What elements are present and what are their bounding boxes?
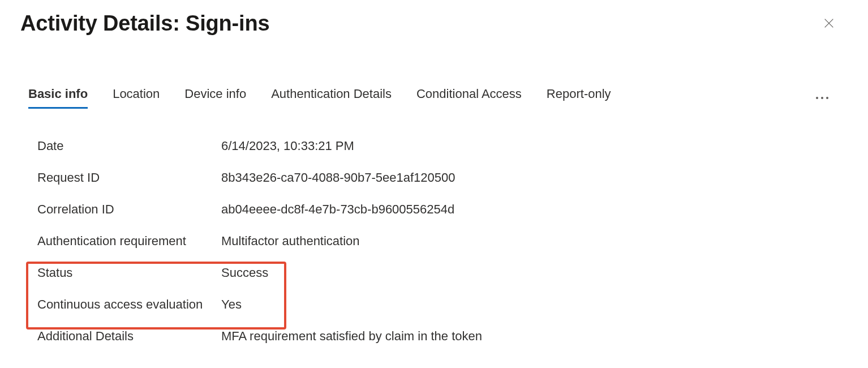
panel-header: Activity Details: Sign-ins <box>20 11 848 36</box>
tab-basic-info[interactable]: Basic info <box>28 87 88 109</box>
row-additional-details: Additional Details MFA requirement satis… <box>37 320 848 352</box>
value-date: 6/14/2023, 10:33:21 PM <box>221 139 354 153</box>
tab-conditional-access[interactable]: Conditional Access <box>416 87 522 109</box>
value-auth-requirement: Multifactor authentication <box>221 234 360 249</box>
label-additional-details: Additional Details <box>37 329 221 344</box>
label-date: Date <box>37 139 221 153</box>
close-button[interactable] <box>820 15 837 34</box>
label-correlation-id: Correlation ID <box>37 202 221 217</box>
row-auth-requirement: Authentication requirement Multifactor a… <box>37 225 848 257</box>
tab-report-only[interactable]: Report-only <box>547 87 611 109</box>
ellipsis-icon <box>816 97 818 99</box>
tabs: Basic info Location Device info Authenti… <box>20 87 848 109</box>
details-list: Date 6/14/2023, 10:33:21 PM Request ID 8… <box>20 130 848 352</box>
label-cae: Continuous access evaluation <box>37 297 221 312</box>
row-status: Status Success <box>37 257 848 289</box>
more-button[interactable] <box>814 95 831 101</box>
label-auth-requirement: Authentication requirement <box>37 234 221 249</box>
row-cae: Continuous access evaluation Yes <box>37 289 848 320</box>
value-correlation-id: ab04eeee-dc8f-4e7b-73cb-b9600556254d <box>221 202 454 217</box>
label-status: Status <box>37 266 221 280</box>
value-additional-details: MFA requirement satisfied by claim in th… <box>221 329 482 344</box>
tab-device-info[interactable]: Device info <box>184 87 246 109</box>
close-icon <box>823 17 835 29</box>
page-title: Activity Details: Sign-ins <box>20 11 269 36</box>
row-correlation-id: Correlation ID ab04eeee-dc8f-4e7b-73cb-b… <box>37 194 848 225</box>
value-cae: Yes <box>221 297 242 312</box>
value-status: Success <box>221 266 268 280</box>
tab-location[interactable]: Location <box>113 87 160 109</box>
row-date: Date 6/14/2023, 10:33:21 PM <box>37 130 848 162</box>
tab-authentication-details[interactable]: Authentication Details <box>271 87 392 109</box>
value-request-id: 8b343e26-ca70-4088-90b7-5ee1af120500 <box>221 170 455 185</box>
label-request-id: Request ID <box>37 170 221 185</box>
row-request-id: Request ID 8b343e26-ca70-4088-90b7-5ee1a… <box>37 162 848 194</box>
